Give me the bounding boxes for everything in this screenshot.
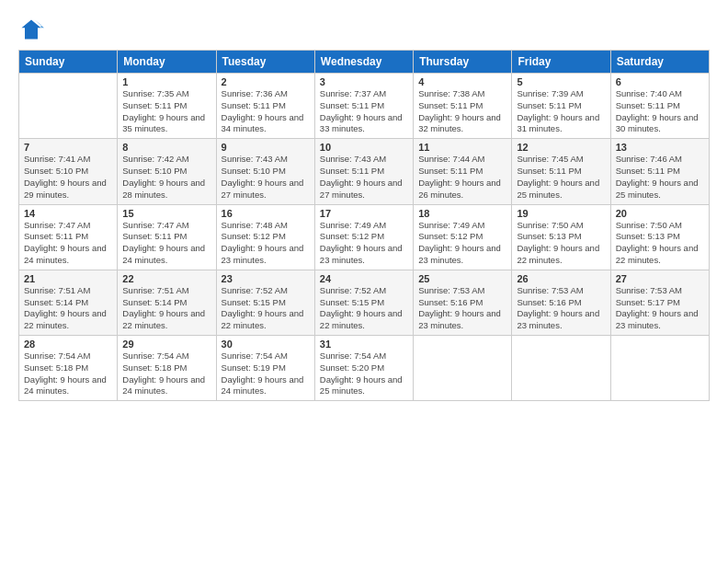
day-number: 21	[24, 273, 112, 284]
day-info: Sunrise: 7:54 AMSunset: 5:19 PMDaylight:…	[222, 350, 310, 397]
day-cell: 15Sunrise: 7:47 AMSunset: 5:11 PMDayligh…	[118, 204, 216, 270]
day-info: Sunrise: 7:37 AMSunset: 5:11 PMDaylight:…	[320, 88, 408, 135]
day-cell: 24Sunrise: 7:52 AMSunset: 5:15 PMDayligh…	[314, 270, 413, 335]
day-number: 31	[320, 339, 408, 350]
calendar-header-row: SundayMondayTuesdayWednesdayThursdayFrid…	[19, 51, 710, 74]
day-info: Sunrise: 7:43 AMSunset: 5:11 PMDaylight:…	[320, 154, 408, 201]
day-info: Sunrise: 7:36 AMSunset: 5:11 PMDaylight:…	[222, 88, 310, 135]
day-number: 14	[24, 208, 112, 219]
day-number: 9	[222, 142, 310, 153]
day-number: 10	[320, 142, 408, 153]
day-info: Sunrise: 7:54 AMSunset: 5:20 PMDaylight:…	[320, 350, 408, 397]
day-number: 24	[320, 273, 408, 284]
day-cell: 1Sunrise: 7:35 AMSunset: 5:11 PMDaylight…	[118, 74, 216, 139]
day-info: Sunrise: 7:50 AMSunset: 5:13 PMDaylight:…	[517, 220, 605, 267]
day-number: 3	[320, 76, 408, 87]
header-tuesday: Tuesday	[216, 51, 314, 74]
day-cell: 6Sunrise: 7:40 AMSunset: 5:11 PMDaylight…	[610, 74, 709, 139]
day-info: Sunrise: 7:44 AMSunset: 5:11 PMDaylight:…	[418, 154, 506, 201]
day-number: 30	[222, 339, 310, 350]
day-cell: 23Sunrise: 7:52 AMSunset: 5:15 PMDayligh…	[216, 270, 314, 335]
day-number: 22	[122, 273, 210, 284]
day-number: 8	[122, 142, 210, 153]
day-cell: 22Sunrise: 7:51 AMSunset: 5:14 PMDayligh…	[118, 270, 216, 335]
day-cell	[512, 336, 610, 401]
week-row-3: 21Sunrise: 7:51 AMSunset: 5:14 PMDayligh…	[19, 270, 710, 335]
day-number: 13	[616, 142, 704, 153]
day-number: 16	[222, 208, 310, 219]
day-cell	[414, 336, 512, 401]
day-cell: 18Sunrise: 7:49 AMSunset: 5:12 PMDayligh…	[414, 204, 512, 270]
day-cell: 3Sunrise: 7:37 AMSunset: 5:11 PMDaylight…	[314, 74, 413, 139]
day-cell: 16Sunrise: 7:48 AMSunset: 5:12 PMDayligh…	[216, 204, 314, 270]
day-number: 5	[517, 76, 605, 87]
page: SundayMondayTuesdayWednesdayThursdayFrid…	[0, 0, 728, 563]
day-info: Sunrise: 7:52 AMSunset: 5:15 PMDaylight:…	[320, 285, 408, 332]
day-info: Sunrise: 7:48 AMSunset: 5:12 PMDaylight:…	[222, 220, 310, 267]
day-info: Sunrise: 7:39 AMSunset: 5:11 PMDaylight:…	[517, 88, 605, 135]
day-number: 23	[222, 273, 310, 284]
week-row-0: 1Sunrise: 7:35 AMSunset: 5:11 PMDaylight…	[19, 74, 710, 139]
day-cell: 13Sunrise: 7:46 AMSunset: 5:11 PMDayligh…	[610, 139, 709, 204]
day-number: 6	[616, 76, 704, 87]
logo-icon	[18, 17, 44, 42]
day-number: 19	[517, 208, 605, 219]
day-cell: 12Sunrise: 7:45 AMSunset: 5:11 PMDayligh…	[512, 139, 610, 204]
day-info: Sunrise: 7:47 AMSunset: 5:11 PMDaylight:…	[122, 220, 210, 267]
day-cell: 5Sunrise: 7:39 AMSunset: 5:11 PMDaylight…	[512, 74, 610, 139]
day-info: Sunrise: 7:35 AMSunset: 5:11 PMDaylight:…	[122, 88, 210, 135]
day-info: Sunrise: 7:49 AMSunset: 5:12 PMDaylight:…	[320, 220, 408, 267]
week-row-4: 28Sunrise: 7:54 AMSunset: 5:18 PMDayligh…	[19, 336, 710, 401]
day-number: 26	[517, 273, 605, 284]
logo	[18, 17, 48, 42]
day-number: 20	[616, 208, 704, 219]
day-number: 15	[122, 208, 210, 219]
day-cell: 14Sunrise: 7:47 AMSunset: 5:11 PMDayligh…	[19, 204, 118, 270]
week-row-1: 7Sunrise: 7:41 AMSunset: 5:10 PMDaylight…	[19, 139, 710, 204]
day-number: 1	[122, 76, 210, 87]
day-cell: 27Sunrise: 7:53 AMSunset: 5:17 PMDayligh…	[610, 270, 709, 335]
day-info: Sunrise: 7:53 AMSunset: 5:16 PMDaylight:…	[418, 285, 506, 332]
day-number: 29	[122, 339, 210, 350]
header-wednesday: Wednesday	[314, 51, 413, 74]
day-info: Sunrise: 7:42 AMSunset: 5:10 PMDaylight:…	[122, 154, 210, 201]
day-cell: 17Sunrise: 7:49 AMSunset: 5:12 PMDayligh…	[314, 204, 413, 270]
header-saturday: Saturday	[610, 51, 709, 74]
day-number: 18	[418, 208, 506, 219]
day-number: 7	[24, 142, 112, 153]
day-info: Sunrise: 7:46 AMSunset: 5:11 PMDaylight:…	[616, 154, 704, 201]
day-cell: 28Sunrise: 7:54 AMSunset: 5:18 PMDayligh…	[19, 336, 118, 401]
day-cell	[19, 74, 118, 139]
day-cell: 11Sunrise: 7:44 AMSunset: 5:11 PMDayligh…	[414, 139, 512, 204]
day-cell: 10Sunrise: 7:43 AMSunset: 5:11 PMDayligh…	[314, 139, 413, 204]
day-info: Sunrise: 7:51 AMSunset: 5:14 PMDaylight:…	[122, 285, 210, 332]
day-cell: 4Sunrise: 7:38 AMSunset: 5:11 PMDaylight…	[414, 74, 512, 139]
day-info: Sunrise: 7:53 AMSunset: 5:17 PMDaylight:…	[616, 285, 704, 332]
day-cell	[610, 336, 709, 401]
day-cell: 9Sunrise: 7:43 AMSunset: 5:10 PMDaylight…	[216, 139, 314, 204]
header	[18, 17, 710, 42]
day-info: Sunrise: 7:41 AMSunset: 5:10 PMDaylight:…	[24, 154, 112, 201]
day-number: 4	[418, 76, 506, 87]
day-cell: 8Sunrise: 7:42 AMSunset: 5:10 PMDaylight…	[118, 139, 216, 204]
week-row-2: 14Sunrise: 7:47 AMSunset: 5:11 PMDayligh…	[19, 204, 710, 270]
day-cell: 26Sunrise: 7:53 AMSunset: 5:16 PMDayligh…	[512, 270, 610, 335]
header-sunday: Sunday	[19, 51, 118, 74]
day-number: 28	[24, 339, 112, 350]
day-cell: 30Sunrise: 7:54 AMSunset: 5:19 PMDayligh…	[216, 336, 314, 401]
day-info: Sunrise: 7:54 AMSunset: 5:18 PMDaylight:…	[122, 350, 210, 397]
day-info: Sunrise: 7:49 AMSunset: 5:12 PMDaylight:…	[418, 220, 506, 267]
day-info: Sunrise: 7:38 AMSunset: 5:11 PMDaylight:…	[418, 88, 506, 135]
day-info: Sunrise: 7:45 AMSunset: 5:11 PMDaylight:…	[517, 154, 605, 201]
day-cell: 2Sunrise: 7:36 AMSunset: 5:11 PMDaylight…	[216, 74, 314, 139]
day-info: Sunrise: 7:43 AMSunset: 5:10 PMDaylight:…	[222, 154, 310, 201]
day-number: 17	[320, 208, 408, 219]
day-number: 2	[222, 76, 310, 87]
day-info: Sunrise: 7:53 AMSunset: 5:16 PMDaylight:…	[517, 285, 605, 332]
day-info: Sunrise: 7:50 AMSunset: 5:13 PMDaylight:…	[616, 220, 704, 267]
day-cell: 7Sunrise: 7:41 AMSunset: 5:10 PMDaylight…	[19, 139, 118, 204]
day-number: 11	[418, 142, 506, 153]
day-info: Sunrise: 7:47 AMSunset: 5:11 PMDaylight:…	[24, 220, 112, 267]
day-number: 27	[616, 273, 704, 284]
day-cell: 19Sunrise: 7:50 AMSunset: 5:13 PMDayligh…	[512, 204, 610, 270]
